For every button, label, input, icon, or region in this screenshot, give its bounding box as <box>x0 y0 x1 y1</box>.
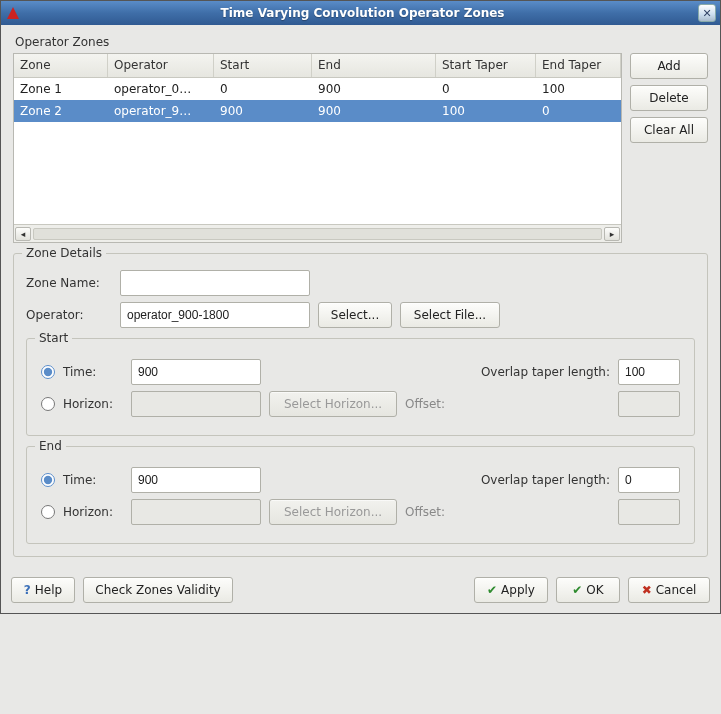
check-icon: ✔ <box>487 583 497 597</box>
zone-name-input[interactable] <box>120 270 310 296</box>
operator-select-button[interactable]: Select... <box>318 302 392 328</box>
horizontal-scrollbar[interactable]: ◂ ▸ <box>14 224 621 242</box>
start-taper-label: Overlap taper length: <box>481 365 610 379</box>
table-row[interactable]: Zone 1 operator_0… 0 900 0 100 <box>14 78 621 100</box>
end-time-radio[interactable] <box>41 473 55 487</box>
dialog-footer: ?Help Check Zones Validity ✔Apply ✔OK ✖C… <box>1 567 720 613</box>
col-end[interactable]: End <box>312 54 436 77</box>
check-icon: ✔ <box>572 583 582 597</box>
add-button[interactable]: Add <box>630 53 708 79</box>
end-select-horizon-button: Select Horizon... <box>269 499 397 525</box>
start-offset-label: Offset: <box>405 397 445 411</box>
table-row[interactable]: Zone 2 operator_9… 900 900 100 0 <box>14 100 621 122</box>
operator-label: Operator: <box>26 308 112 322</box>
ok-button[interactable]: ✔OK <box>556 577 620 603</box>
dialog-window: Time Varying Convolution Operator Zones … <box>0 0 721 614</box>
scroll-track[interactable] <box>33 228 602 240</box>
end-horizon-input <box>131 499 261 525</box>
col-start[interactable]: Start <box>214 54 312 77</box>
start-select-horizon-button: Select Horizon... <box>269 391 397 417</box>
titlebar[interactable]: Time Varying Convolution Operator Zones … <box>1 1 720 25</box>
cancel-button[interactable]: ✖Cancel <box>628 577 710 603</box>
help-icon: ? <box>24 583 31 597</box>
start-legend: Start <box>35 331 72 345</box>
end-horizon-radio[interactable] <box>41 505 55 519</box>
cancel-icon: ✖ <box>642 583 652 597</box>
check-validity-button[interactable]: Check Zones Validity <box>83 577 233 603</box>
app-icon <box>5 5 21 21</box>
scroll-right-icon[interactable]: ▸ <box>604 227 620 241</box>
zones-table-header: Zone Operator Start End Start Taper End … <box>14 54 621 78</box>
start-taper-input[interactable] <box>618 359 680 385</box>
end-legend: End <box>35 439 66 453</box>
start-time-radio[interactable] <box>41 365 55 379</box>
zone-details-legend: Zone Details <box>22 246 106 260</box>
col-zone[interactable]: Zone <box>14 54 108 77</box>
zone-name-label: Zone Name: <box>26 276 112 290</box>
delete-button[interactable]: Delete <box>630 85 708 111</box>
start-offset-input <box>618 391 680 417</box>
scroll-left-icon[interactable]: ◂ <box>15 227 31 241</box>
zone-details-fieldset: Zone Details Zone Name: Operator: Select… <box>13 253 708 557</box>
start-time-input[interactable] <box>131 359 261 385</box>
help-button[interactable]: ?Help <box>11 577 75 603</box>
operator-zones-label: Operator Zones <box>15 35 708 49</box>
end-time-label: Time: <box>63 473 123 487</box>
operator-input[interactable] <box>120 302 310 328</box>
start-horizon-label: Horizon: <box>63 397 123 411</box>
start-fieldset: Start Time: Overlap taper length: Horizo… <box>26 338 695 436</box>
col-operator[interactable]: Operator <box>108 54 214 77</box>
end-offset-label: Offset: <box>405 505 445 519</box>
end-time-input[interactable] <box>131 467 261 493</box>
clear-all-button[interactable]: Clear All <box>630 117 708 143</box>
zones-table[interactable]: Zone Operator Start End Start Taper End … <box>13 53 622 243</box>
start-horizon-input <box>131 391 261 417</box>
close-icon[interactable]: ✕ <box>698 4 716 22</box>
end-horizon-label: Horizon: <box>63 505 123 519</box>
end-fieldset: End Time: Overlap taper length: Horizon:… <box>26 446 695 544</box>
apply-button[interactable]: ✔Apply <box>474 577 548 603</box>
end-offset-input <box>618 499 680 525</box>
dialog-content: Operator Zones Zone Operator Start End S… <box>1 25 720 567</box>
col-end-taper[interactable]: End Taper <box>536 54 621 77</box>
operator-select-file-button[interactable]: Select File... <box>400 302 500 328</box>
end-taper-label: Overlap taper length: <box>481 473 610 487</box>
start-horizon-radio[interactable] <box>41 397 55 411</box>
start-time-label: Time: <box>63 365 123 379</box>
window-title: Time Varying Convolution Operator Zones <box>27 6 698 20</box>
zones-table-body[interactable]: Zone 1 operator_0… 0 900 0 100 Zone 2 op… <box>14 78 621 224</box>
zones-button-stack: Add Delete Clear All <box>630 53 708 243</box>
end-taper-input[interactable] <box>618 467 680 493</box>
col-start-taper[interactable]: Start Taper <box>436 54 536 77</box>
